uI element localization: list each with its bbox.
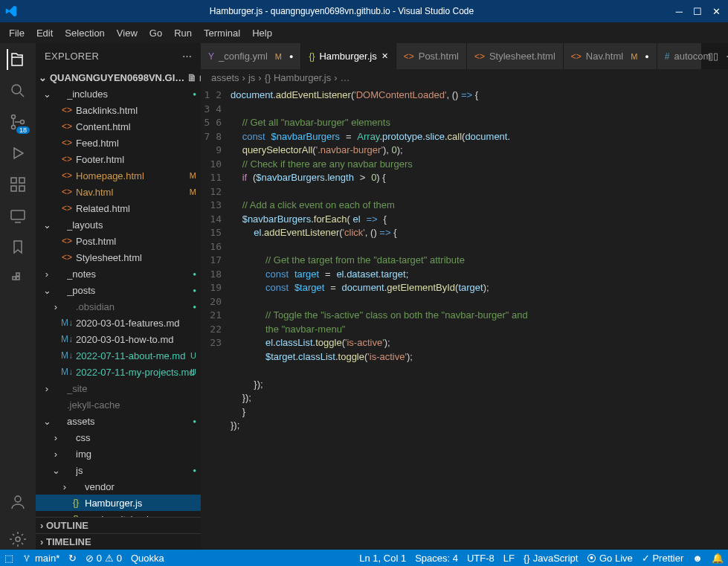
file-item[interactable]: {}modeswitcher.js <box>36 511 201 517</box>
minimap[interactable] <box>683 86 728 550</box>
bookmarks-activity[interactable] <box>7 237 28 257</box>
split-editor-icon[interactable]: ▯▯ <box>708 51 718 62</box>
search-activity[interactable] <box>7 80 28 101</box>
file-label: 2020-03-01-how-to.md <box>76 334 196 345</box>
run-activity[interactable] <box>7 143 28 164</box>
folder-item[interactable]: ›img <box>36 446 201 462</box>
branch-status[interactable]: 🜉 main* <box>22 553 59 564</box>
folder-item[interactable]: ⌄_layouts <box>36 216 201 233</box>
explorer-activity[interactable] <box>7 49 28 70</box>
close-button[interactable]: ✕ <box>712 6 721 17</box>
tab-hamburger-js[interactable]: {}Hamburger.js✕ <box>301 43 396 69</box>
menu-terminal[interactable]: Terminal <box>198 28 246 39</box>
sidebar-more-icon[interactable]: ⋯ <box>182 51 192 62</box>
file-item[interactable]: M↓2020-03-01-features.md <box>36 315 201 331</box>
breadcrumb-item[interactable]: assets <box>211 72 239 83</box>
file-item[interactable]: M↓2022-07-11-my-projects.mdU <box>36 364 201 380</box>
timeline-section[interactable]: › TIMELINE <box>36 533 201 550</box>
prettier-status[interactable]: ✓ Prettier <box>642 553 684 564</box>
code-editor[interactable]: document.addEventListener('DOMContentLoa… <box>231 86 683 550</box>
feedback-icon[interactable]: ☻ <box>692 553 703 564</box>
file-item[interactable]: <>Homepage.htmlM <box>36 167 201 184</box>
file-item[interactable]: <>Nav.htmlM <box>36 184 201 200</box>
window-title: Hamburger.js - quangnguyen0698vn.github.… <box>22 6 661 16</box>
tab-post-html[interactable]: <>Post.html <box>396 43 467 69</box>
menu-help[interactable]: Help <box>246 28 278 39</box>
file-item[interactable]: <>Footer.html <box>36 151 201 167</box>
minimize-button[interactable]: ─ <box>676 6 683 17</box>
svg-rect-5 <box>19 178 25 183</box>
extensions-activity[interactable] <box>7 174 28 195</box>
html-icon: <> <box>61 252 73 263</box>
sidebar: EXPLORER ⋯ ⌄ QUANGNGUYEN0698VN.GI… 🗎 🗀 ↻… <box>36 43 201 550</box>
breadcrumb-item[interactable]: {} Hamburger.js <box>265 72 332 83</box>
folder-item[interactable]: ⌄assets● <box>36 413 201 429</box>
encoding-status[interactable]: UTF-8 <box>467 553 495 564</box>
folder-item[interactable]: .jekyll-cache <box>36 396 201 413</box>
tab-nav-html[interactable]: <>Nav.htmlM● <box>564 43 657 69</box>
file-item[interactable]: <>Feed.html <box>36 135 201 151</box>
file-item[interactable]: M↓2022-07-11-about-me.mdU <box>36 347 201 364</box>
scm-activity[interactable]: 18 <box>7 112 28 132</box>
file-icon: # <box>665 51 670 62</box>
editor-area: Y_config.ymlM●{}Hamburger.js✕<>Post.html… <box>201 43 728 550</box>
tab-label: Nav.html <box>586 51 623 62</box>
menu-go[interactable]: Go <box>144 28 168 39</box>
folder-item[interactable]: ›_site <box>36 380 201 396</box>
folder-item[interactable]: ⌄_includes● <box>36 86 201 102</box>
folder-item[interactable]: ⌄js● <box>36 462 201 478</box>
vscode-logo-icon <box>0 5 22 17</box>
docker-activity[interactable] <box>7 268 28 289</box>
breadcrumb-item[interactable]: … <box>341 72 350 83</box>
tab-autocom[interactable]: #autocom <box>657 43 702 69</box>
svg-point-12 <box>15 496 21 502</box>
menu-view[interactable]: View <box>111 28 144 39</box>
menu-bar: FileEditSelectionViewGoRunTerminalHelp <box>0 22 728 43</box>
tab-_config-yml[interactable]: Y_config.ymlM● <box>201 43 301 69</box>
file-label: vendor <box>85 481 196 492</box>
file-item[interactable]: {}Hamburger.js <box>36 495 201 511</box>
file-label: js <box>76 465 196 476</box>
folder-header[interactable]: ⌄ QUANGNGUYEN0698VN.GI… 🗎 🗀 ↻ ⊟ <box>36 69 201 86</box>
menu-run[interactable]: Run <box>168 28 198 39</box>
outline-section[interactable]: › OUTLINE <box>36 517 201 533</box>
menu-file[interactable]: File <box>3 28 30 39</box>
html-icon: <> <box>61 203 73 213</box>
bell-icon[interactable]: 🔔 <box>712 553 724 564</box>
file-label: Feed.html <box>76 138 196 149</box>
folder-item[interactable]: ›css <box>36 429 201 446</box>
md-icon: M↓ <box>61 350 73 361</box>
folder-item[interactable]: ›vendor <box>36 478 201 495</box>
breadcrumbs[interactable]: assets›js›{} Hamburger.js›… <box>201 69 728 86</box>
breadcrumb-item[interactable]: js <box>248 72 255 83</box>
indent-status[interactable]: Spaces: 4 <box>415 553 458 564</box>
close-tab-icon[interactable]: ✕ <box>381 51 388 61</box>
folder-item[interactable]: ›.obsidian● <box>36 298 201 315</box>
golive-status[interactable]: ⦿ Go Live <box>587 553 632 564</box>
file-item[interactable]: M↓2020-03-01-how-to.md <box>36 331 201 347</box>
remote-indicator[interactable]: ⬚ <box>4 553 13 564</box>
file-item[interactable]: <>Stylesheet.html <box>36 249 201 266</box>
folder-item[interactable]: ⌄_posts● <box>36 282 201 298</box>
folder-item[interactable]: ›_notes● <box>36 266 201 282</box>
file-tree[interactable]: ⌄_includes●<>Backlinks.html<>Content.htm… <box>36 86 201 517</box>
remote-activity[interactable] <box>7 205 28 226</box>
file-item[interactable]: <>Post.html <box>36 233 201 249</box>
accounts-activity[interactable] <box>7 492 28 512</box>
language-status[interactable]: {} JavaScript <box>524 553 578 564</box>
svg-point-1 <box>12 115 16 119</box>
file-item[interactable]: <>Content.html <box>36 118 201 135</box>
menu-selection[interactable]: Selection <box>59 28 110 39</box>
tab-stylesheet-html[interactable]: <>Stylesheet.html <box>467 43 564 69</box>
menu-edit[interactable]: Edit <box>30 28 59 39</box>
settings-activity[interactable] <box>7 529 28 550</box>
file-item[interactable]: <>Related.html <box>36 200 201 216</box>
eol-status[interactable]: LF <box>503 553 515 564</box>
cursor-position[interactable]: Ln 1, Col 1 <box>359 553 406 564</box>
problems-status[interactable]: ⊘ 0 ⚠ 0 <box>86 553 122 564</box>
new-file-icon[interactable]: 🗎 <box>187 72 197 83</box>
file-item[interactable]: <>Backlinks.html <box>36 102 201 118</box>
sync-status[interactable]: ↻ <box>68 553 77 564</box>
quokka-status[interactable]: Quokka <box>131 553 164 564</box>
maximize-button[interactable]: ☐ <box>693 6 702 17</box>
